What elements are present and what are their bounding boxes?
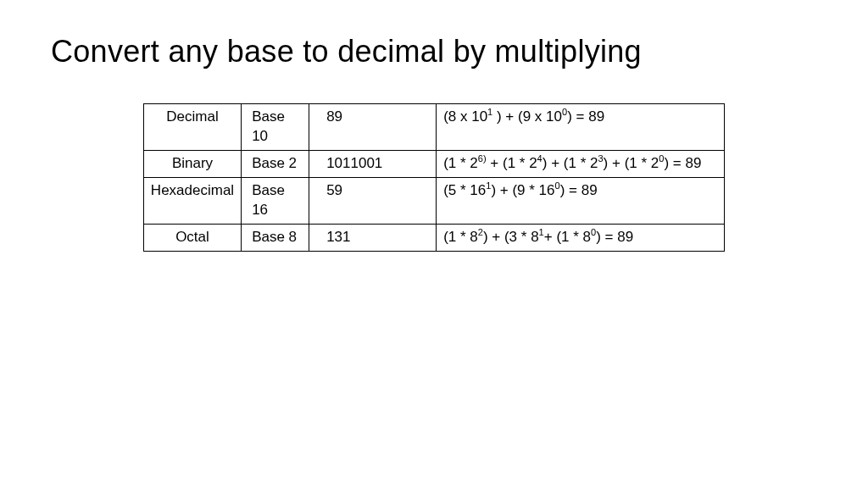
cell-value: 89: [309, 104, 437, 151]
table-container: Decimal Base 10 89 (8 x 101 ) + (9 x 100…: [51, 103, 817, 252]
page-title: Convert any base to decimal by multiplyi…: [51, 34, 817, 69]
table-row: Decimal Base 10 89 (8 x 101 ) + (9 x 100…: [143, 104, 724, 151]
cell-name: Binary: [143, 150, 241, 177]
cell-value: 59: [309, 177, 437, 224]
conversion-table: Decimal Base 10 89 (8 x 101 ) + (9 x 100…: [143, 103, 725, 252]
cell-expression: (1 * 26) + (1 * 24) + (1 * 23) + (1 * 20…: [437, 150, 725, 177]
cell-value: 131: [309, 224, 437, 251]
cell-name: Octal: [143, 224, 241, 251]
cell-expression: (1 * 82) + (3 * 81+ (1 * 80) = 89: [437, 224, 725, 251]
cell-name: Hexadecimal: [143, 177, 241, 224]
cell-value: 1011001: [309, 150, 437, 177]
table-row: Binary Base 2 1011001 (1 * 26) + (1 * 24…: [143, 150, 724, 177]
cell-base: Base 8: [242, 224, 309, 251]
cell-name: Decimal: [143, 104, 241, 151]
cell-base: Base 2: [242, 150, 309, 177]
cell-expression: (5 * 161) + (9 * 160) = 89: [437, 177, 725, 224]
cell-expression: (8 x 101 ) + (9 x 100) = 89: [437, 104, 725, 151]
cell-base: Base 10: [242, 104, 309, 151]
cell-base: Base 16: [242, 177, 309, 224]
table-row: Octal Base 8 131 (1 * 82) + (3 * 81+ (1 …: [143, 224, 724, 251]
table-row: Hexadecimal Base 16 59 (5 * 161) + (9 * …: [143, 177, 724, 224]
